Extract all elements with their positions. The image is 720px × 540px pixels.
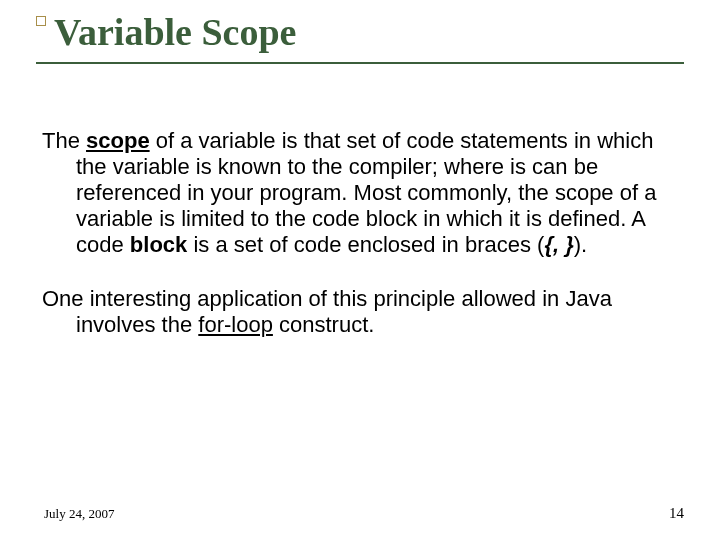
term-scope: scope	[86, 128, 150, 153]
term-braces: {, }	[544, 232, 573, 257]
term-for-loop: for-loop	[198, 312, 273, 337]
p1-text-d: ).	[574, 232, 587, 257]
paragraph-2: One interesting application of this prin…	[42, 286, 682, 338]
title-area: Variable Scope	[36, 12, 684, 64]
footer-date: July 24, 2007	[44, 506, 114, 522]
body-text: The scope of a variable is that set of c…	[42, 128, 682, 366]
paragraph-1: The scope of a variable is that set of c…	[42, 128, 682, 258]
footer-page-number: 14	[669, 505, 684, 522]
title-accent-square	[36, 16, 46, 26]
slide-title: Variable Scope	[54, 12, 684, 54]
p1-text-c: is a set of code enclosed in braces (	[187, 232, 544, 257]
p2-text-b: construct.	[273, 312, 374, 337]
term-block: block	[130, 232, 187, 257]
p1-text-a: The	[42, 128, 86, 153]
slide: Variable Scope The scope of a variable i…	[0, 0, 720, 540]
